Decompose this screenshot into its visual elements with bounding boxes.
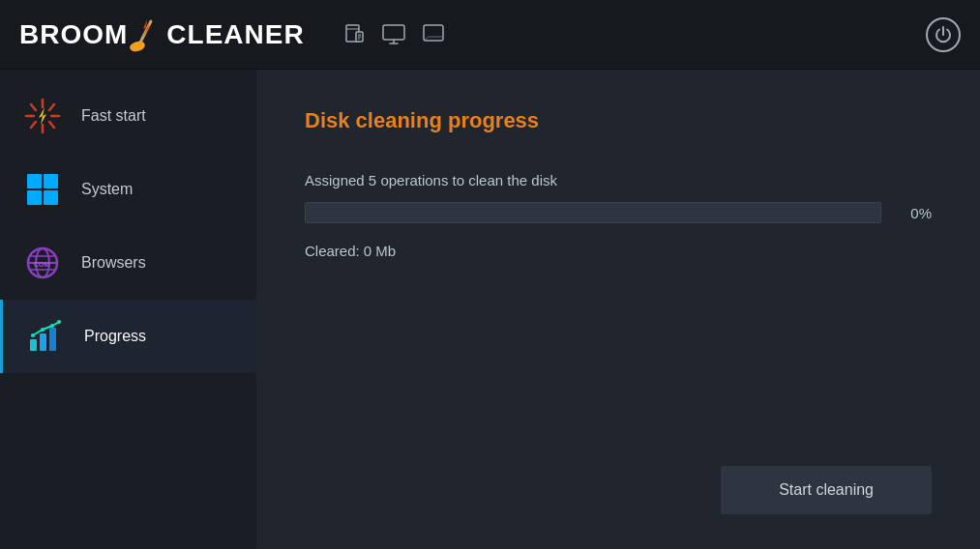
app-header: BROOM CLEANER [0,0,980,70]
progress-label: Progress [84,328,146,345]
browsers-icon: COM [23,244,62,282]
svg-point-32 [57,320,61,324]
svg-line-8 [49,104,54,110]
sidebar-item-system[interactable]: System [0,153,256,226]
svg-point-29 [31,333,35,337]
document-icon[interactable] [343,24,365,45]
svg-rect-28 [49,328,56,351]
app-logo: BROOM CLEANER [19,17,305,52]
svg-point-30 [41,328,45,332]
sidebar-item-progress[interactable]: Progress [0,300,256,373]
start-cleaning-button[interactable]: Start cleaning [721,466,932,514]
progress-icon [26,317,65,356]
svg-rect-27 [40,333,46,351]
svg-rect-5 [383,25,404,40]
svg-marker-15 [39,107,46,125]
svg-rect-26 [30,339,37,351]
power-button[interactable] [926,17,961,52]
progress-percent: 0% [897,205,932,221]
main-layout: Fast start System [0,70,980,549]
svg-line-12 [49,122,54,128]
header-toolbar [343,24,444,45]
logo-cleaner-text: CLEANER [166,19,304,50]
monitor-icon[interactable] [382,24,405,45]
fast-start-label: Fast start [81,107,146,125]
svg-rect-19 [44,190,58,205]
fast-start-icon [23,97,62,135]
svg-rect-17 [44,174,58,188]
progress-container: 0% [305,202,932,223]
progress-bar-background [305,202,881,223]
content-area: Disk cleaning progress Assigned 5 operat… [256,70,980,549]
sidebar-item-browsers[interactable]: COM Browsers [0,226,256,300]
svg-point-31 [50,324,54,328]
info-icon[interactable] [423,24,444,45]
sidebar: Fast start System [0,70,256,549]
cleared-text: Cleared: 0 Mb [305,243,932,259]
browsers-label: Browsers [81,254,146,272]
operations-text: Assigned 5 operations to clean the disk [305,172,932,188]
svg-line-9 [31,104,36,110]
content-footer: Start cleaning [721,466,932,514]
svg-rect-16 [27,174,42,188]
section-title: Disk cleaning progress [305,108,932,133]
system-icon [23,170,62,209]
logo-broom-text: BROOM [19,19,128,50]
svg-point-1 [130,40,146,52]
svg-line-13 [31,122,36,128]
svg-text:COM: COM [34,261,50,268]
broom-icon [130,17,164,52]
system-label: System [81,181,133,198]
sidebar-item-fast-start[interactable]: Fast start [0,79,256,153]
svg-rect-18 [27,190,42,205]
